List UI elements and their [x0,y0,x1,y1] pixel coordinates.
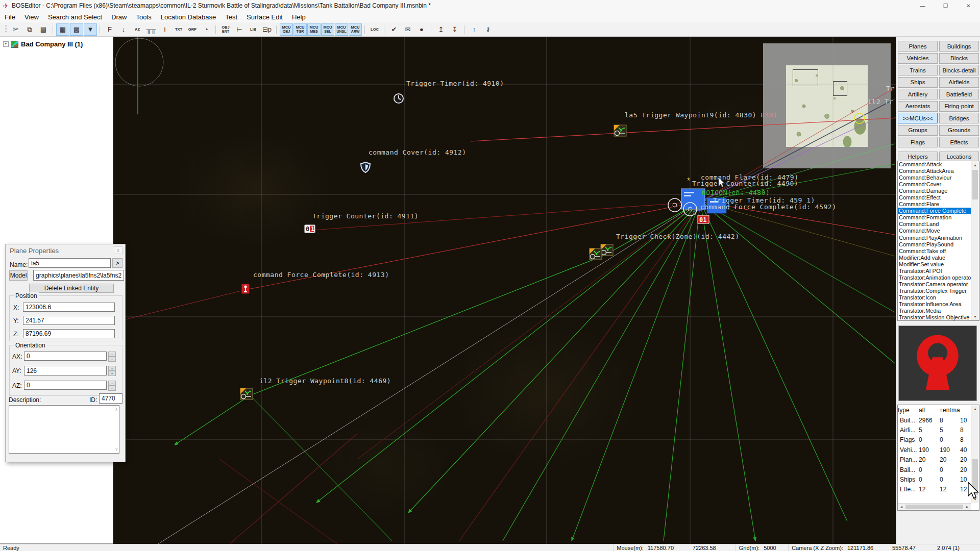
model-button[interactable]: Model [9,270,28,281]
category-blocks-detail-button[interactable]: Blocks-detail [939,65,979,76]
paste-button[interactable]: ▤ [37,23,50,36]
mcu-obj-button[interactable]: MCU OBJ [280,23,293,36]
mcu-type-item[interactable]: Translator:Camera operator [898,281,971,288]
bridge-button[interactable]: ╥╥ [144,23,158,36]
terrain-view-button[interactable]: ▦ [56,23,69,36]
category-trains-button[interactable]: Trains [898,65,938,76]
mcu-type-item[interactable]: Modifier:Add value [898,255,971,261]
mcu-type-item[interactable]: Command:Force Complete [898,208,971,214]
mcu-type-item[interactable]: Translator:AI POI [898,268,971,274]
scrollbar-thumb[interactable] [972,170,978,199]
category-planes-button[interactable]: Planes [898,41,938,52]
category-aerostats-button[interactable]: Aerostats [898,101,938,112]
import-object-button[interactable]: ▼ [84,23,97,36]
category-firing-point-button[interactable]: Firing-point [939,101,979,112]
copy-button[interactable]: ⧉ [23,23,36,36]
category-ships-button[interactable]: Ships [898,77,938,88]
menu-draw[interactable]: Draw [107,12,131,22]
scroll-up-icon[interactable]: ▲ [971,161,979,169]
cut-button[interactable]: ✂ [9,23,22,36]
table-header[interactable]: +ent [939,407,951,414]
scroll-right-icon[interactable]: ► [964,504,971,510]
scroll-left-icon[interactable]: ◄ [898,504,905,510]
maximize-button[interactable]: ❐ [934,0,957,11]
scroll-down-icon[interactable]: ▼ [971,313,979,320]
category-buildings-button[interactable]: Buildings [939,41,979,52]
mcu-type-item[interactable]: Command:PlaySound [898,241,971,248]
mcu-type-item[interactable]: Translator:Influence Area [898,301,971,308]
table-row[interactable]: Ball... 0 0 20 [898,465,979,474]
mcu-type-item[interactable]: Translator:Media [898,308,971,314]
links-button[interactable]: ⊢ [233,23,246,36]
mcu-type-item[interactable]: Command:Cover [898,181,971,188]
mcu-type-item[interactable]: Command:Land [898,221,971,228]
table-row[interactable]: Buil... 2966 8 10 [898,415,979,425]
mcu-type-item[interactable]: Command:Formation [898,214,971,221]
info-button[interactable]: i [158,23,172,36]
loc-button[interactable]: LOC [368,23,381,36]
category-vehicles-button[interactable]: Vehicles [898,53,938,64]
id-input[interactable] [99,393,122,404]
scrollbar-thumb[interactable] [905,505,963,509]
mcu-type-item[interactable]: Command:Attack [898,161,971,168]
table-row[interactable]: Plan... 20 20 20 [898,455,979,465]
menu-tools[interactable]: Tools [131,12,156,22]
mcu-type-item[interactable]: Command:Damage [898,188,971,194]
ay-input[interactable] [24,366,107,375]
table-header[interactable]: type [898,407,919,414]
menu-test[interactable]: Test [220,12,242,22]
category-flags-button[interactable]: Flags [898,137,938,147]
list-scrollbar[interactable]: ▲ ▼ [971,161,979,320]
table-row[interactable]: Airfi... 5 5 8 [898,425,979,435]
more-button[interactable]: > [112,258,122,268]
x-input[interactable] [23,303,115,312]
mcu-type-item[interactable]: Command:Take off [898,248,971,255]
category-mcus-button[interactable]: >>MCUs<< [898,113,938,123]
y-input[interactable] [23,316,115,325]
record-button[interactable]: ● [415,23,428,36]
category-grounds-button[interactable]: Grounds [939,125,979,136]
mcu-type-item[interactable]: Translator:Mission Objective [898,314,971,320]
menu-help[interactable]: Help [287,12,310,22]
mcu-type-item[interactable]: Translator:Icon [898,294,971,301]
dialog-close-icon[interactable]: x [114,246,122,254]
name-input[interactable] [29,258,111,268]
txt-label-button[interactable]: TXT [172,23,185,36]
minimap[interactable] [763,43,891,168]
category-airfields-button[interactable]: Airfields [939,77,979,88]
mcu-type-item[interactable]: Modifier:Set value [898,261,971,268]
close-button[interactable]: ✕ [957,0,980,11]
mcu-type-item[interactable]: Command:Behaviour [898,174,971,181]
menu-file[interactable]: File [0,12,20,22]
mcu-mes-button[interactable]: MCU MES [307,23,321,36]
menu-search-and-select[interactable]: Search and Select [43,12,107,22]
delete-linked-entity-button[interactable]: Delete Linked Entity [29,284,114,293]
library-button[interactable]: LiB [247,23,260,36]
category-battlefield-button[interactable]: Battlefield [939,89,979,99]
font-button[interactable]: F [103,23,116,36]
menu-location-database[interactable]: Location Database [156,12,220,22]
category-groups-button[interactable]: Groups [898,125,938,136]
layers-button[interactable]: ⊟p [260,23,274,36]
raise-button[interactable]: ↑ [468,23,481,36]
menu-surface-edit[interactable]: Surface Edit [242,12,287,22]
z-input[interactable] [23,329,115,338]
validate-button[interactable]: ✔ [387,23,401,36]
description-textarea[interactable]: ∧ ∨ [9,405,119,454]
table-row[interactable]: Flags 0 0 8 [898,435,979,445]
mcu-type-item[interactable]: Command:Flare [898,201,971,208]
category-artillery-button[interactable]: Artillery [898,89,938,99]
scroll-up-icon[interactable]: ∧ [115,407,118,412]
ay-stepper[interactable]: ▲▼ [108,366,116,376]
mcu-type-item[interactable]: Translator:Complex Trigger [898,288,971,294]
minimize-button[interactable]: — [911,0,934,11]
grp-label-button[interactable]: GRP [186,23,199,36]
mcu-type-item[interactable]: Translator:Animation operator [898,274,971,281]
mcu-tgr-button[interactable]: MCU TGR [293,23,307,36]
category-blocks-button[interactable]: Blocks [939,53,979,64]
message-button[interactable]: ✉ [401,23,414,36]
scroll-down-icon[interactable]: ∨ [115,447,118,452]
obj-ent-button[interactable]: OBJ ENT [219,23,232,36]
mcu-unsl-button[interactable]: MCU UNSL [335,23,348,36]
surface-bottom-button[interactable]: ↧ [448,23,461,36]
